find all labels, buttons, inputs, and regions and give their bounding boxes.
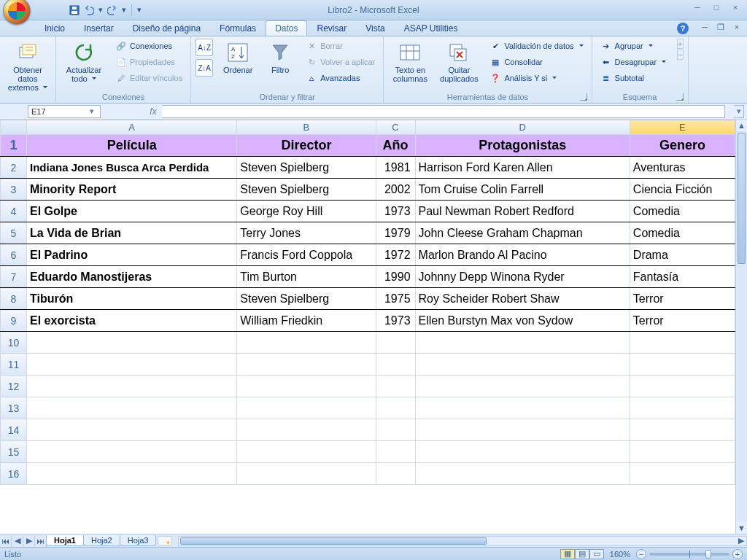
formula-expand-icon[interactable]: ▾	[734, 105, 744, 118]
cell[interactable]: Eduardo Manostijeras	[27, 266, 237, 288]
sheet-nav-prev-icon[interactable]: ◀	[12, 535, 23, 547]
subtotal-button[interactable]: ≣Subtotal	[597, 71, 670, 85]
sheet-tab-hoja3[interactable]: Hoja3	[120, 535, 157, 546]
cell[interactable]: 2002	[376, 179, 415, 201]
filter-button[interactable]: Filtro	[263, 39, 298, 77]
sheet-tab-hoja2[interactable]: Hoja2	[83, 535, 120, 546]
cell[interactable]: 1981	[376, 157, 415, 179]
tab-inicio[interactable]: Inicio	[35, 20, 74, 36]
cell[interactable]	[376, 376, 415, 397]
cell[interactable]: El Padrino	[27, 244, 237, 266]
column-header-A[interactable]: A	[27, 120, 237, 135]
sheet-nav-first-icon[interactable]: ⏮	[0, 535, 12, 547]
cell[interactable]: Terry Jones	[237, 222, 376, 244]
cell[interactable]: William Friedkin	[237, 310, 376, 332]
tab-datos[interactable]: Datos	[266, 20, 307, 36]
hide-detail-icon[interactable]: −	[677, 50, 683, 60]
select-all-corner[interactable]	[1, 120, 27, 135]
cell[interactable]	[630, 463, 735, 485]
scroll-down-icon[interactable]: ▼	[736, 522, 747, 534]
cell[interactable]: Tiburón	[27, 288, 237, 310]
tab-fórmulas[interactable]: Fórmulas	[210, 20, 266, 36]
cell[interactable]: Tom Cruise Colin Farrell	[415, 179, 630, 201]
row-header[interactable]: 13	[1, 397, 27, 419]
cell[interactable]: 1973	[376, 310, 415, 332]
row-header[interactable]: 15	[1, 441, 27, 463]
workbook-restore-button[interactable]: ❐	[713, 22, 728, 32]
cell[interactable]	[630, 397, 735, 419]
cell[interactable]	[376, 441, 415, 463]
row-header[interactable]: 14	[1, 419, 27, 441]
cell[interactable]: Comedia	[630, 201, 735, 222]
cell[interactable]	[630, 376, 735, 397]
sheet-nav-last-icon[interactable]: ⏭	[35, 535, 47, 547]
cell[interactable]	[237, 441, 376, 463]
scroll-up-icon[interactable]: ▲	[736, 120, 747, 131]
cell[interactable]	[27, 441, 237, 463]
remove-duplicates-button[interactable]: Quitar duplicados	[436, 39, 481, 85]
name-box[interactable]: E17 ▾	[28, 105, 101, 118]
page-break-view-button[interactable]: ▭	[589, 549, 604, 559]
get-external-data-button[interactable]: Obtener datos externos	[4, 39, 51, 94]
grid[interactable]: ABCDE 1PelículaDirectorAñoProtagonistasG…	[0, 120, 735, 534]
cell[interactable]	[27, 419, 237, 441]
workbook-close-button[interactable]: ×	[729, 22, 744, 32]
cell[interactable]: Terror	[630, 288, 735, 310]
zoom-in-button[interactable]: +	[732, 549, 743, 559]
properties-button[interactable]: 📄Propiedades	[112, 55, 186, 69]
group-button[interactable]: ➔Agrupar	[597, 39, 670, 53]
cell[interactable]: 1975	[376, 288, 415, 310]
clear-filter-button[interactable]: ✕Borrar	[302, 39, 379, 53]
scroll-thumb[interactable]	[738, 133, 746, 264]
tab-vista[interactable]: Vista	[356, 20, 394, 36]
cell[interactable]	[415, 419, 630, 441]
sheet-tab-hoja1[interactable]: Hoja1	[46, 535, 84, 546]
cell[interactable]	[27, 376, 237, 397]
column-header-E[interactable]: E	[630, 120, 735, 135]
cell[interactable]: Tim Burton	[237, 266, 376, 288]
cell[interactable]	[237, 332, 376, 354]
cell[interactable]: 1979	[376, 222, 415, 244]
cell[interactable]	[27, 354, 237, 376]
text-to-columns-button[interactable]: Texto en columnas	[388, 39, 432, 85]
header-cell[interactable]: Año	[376, 135, 415, 157]
dialog-launcher-outline-icon[interactable]	[676, 93, 684, 101]
tab-diseño-de-página[interactable]: Diseño de página	[123, 20, 210, 36]
refresh-all-button[interactable]: Actualizar todo	[61, 39, 107, 85]
cell[interactable]: Fantasía	[630, 266, 735, 288]
cell[interactable]	[237, 419, 376, 441]
cell[interactable]	[237, 463, 376, 485]
cell[interactable]	[415, 354, 630, 376]
data-validation-button[interactable]: ✔Validación de datos	[486, 39, 587, 53]
zoom-knob[interactable]	[705, 550, 711, 559]
cell[interactable]	[376, 419, 415, 441]
cell[interactable]: Terror	[630, 310, 735, 332]
cell[interactable]: Steven Spielberg	[237, 179, 376, 201]
what-if-button[interactable]: ❓Análisis Y si	[486, 71, 587, 85]
row-header[interactable]: 3	[1, 179, 27, 201]
normal-view-button[interactable]: ▦	[560, 549, 575, 559]
tab-asap-utilities[interactable]: ASAP Utilities	[395, 20, 468, 36]
page-layout-view-button[interactable]: ▤	[575, 549, 589, 559]
zoom-level[interactable]: 160%	[610, 550, 630, 559]
cell[interactable]	[376, 354, 415, 376]
cell[interactable]: El exorcista	[27, 310, 237, 332]
cell[interactable]: Harrison Ford Karen Allen	[415, 157, 630, 179]
dialog-launcher-icon[interactable]	[580, 93, 587, 101]
row-header[interactable]: 6	[1, 244, 27, 266]
zoom-slider[interactable]: − +	[636, 549, 743, 559]
cell[interactable]: Francis Ford Coppola	[237, 244, 376, 266]
cell[interactable]: Paul Newman Robert Redford	[415, 201, 630, 222]
cell[interactable]	[630, 441, 735, 463]
cell[interactable]	[376, 463, 415, 485]
cell[interactable]	[415, 376, 630, 397]
cell[interactable]: Minority Report	[27, 179, 237, 201]
row-header[interactable]: 12	[1, 376, 27, 397]
edit-links-button[interactable]: 🖉Editar vínculos	[112, 71, 186, 85]
row-header[interactable]: 2	[1, 157, 27, 179]
cell[interactable]: Drama	[630, 244, 735, 266]
redo-dropdown-icon[interactable]: ▾	[121, 4, 127, 16]
cell[interactable]: Indiana Jones Busca Arca Perdida	[27, 157, 237, 179]
tab-insertar[interactable]: Insertar	[74, 20, 123, 36]
row-header[interactable]: 9	[1, 310, 27, 332]
